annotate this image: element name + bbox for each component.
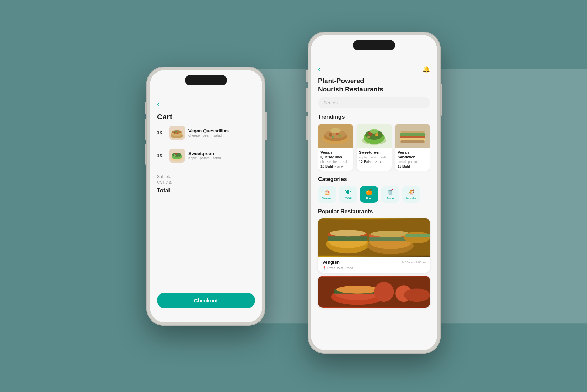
svg-point-16 (329, 133, 332, 137)
checkout-button[interactable]: Checkout (157, 293, 255, 308)
category-meal[interactable]: 🍽 Meal (339, 186, 357, 203)
fruit-label: Fruit (366, 197, 372, 200)
restaurant-phone: ‹ 🔔 Plant-Powered Nourish Restaurants Se… (308, 32, 441, 354)
sandwich-visual (318, 218, 430, 257)
phones-container: ‹ Cart 1X (136, 25, 451, 368)
phone-notch (353, 40, 395, 50)
item-name: Sweetgreen (188, 151, 221, 156)
trending-name: Vegan Quesadillas (320, 150, 351, 159)
svg-point-19 (338, 134, 341, 137)
category-juice[interactable]: 🥤 Juice (381, 186, 399, 203)
item-name: Vegan Quesadillas (188, 128, 229, 133)
trending-sub: cheese . bean . salad (320, 160, 351, 164)
svg-point-18 (332, 136, 334, 138)
cart-screen: ‹ Cart 1X (150, 70, 262, 322)
item-info-quesadilla: Vegan Quesadillas cheese . bean . salad (188, 128, 229, 137)
back-button[interactable]: ‹ (318, 65, 320, 73)
cart-title: Cart (157, 112, 255, 122)
trending-name: Sweetgreen (359, 150, 389, 155)
trending-price-row: 15 Baht (398, 165, 428, 169)
svg-point-54 (374, 282, 394, 302)
svg-point-5 (175, 131, 177, 132)
item-qty: 1X (157, 130, 166, 135)
cart-content: ‹ Cart 1X (150, 89, 262, 322)
trending-title: Trendings (318, 114, 430, 120)
svg-point-28 (367, 136, 370, 138)
svg-point-4 (177, 133, 178, 134)
restaurant-image (318, 218, 430, 257)
category-dessert[interactable]: 🎂 Dessert (318, 186, 336, 203)
svg-rect-32 (400, 136, 425, 138)
search-bar[interactable]: Search (318, 97, 430, 108)
juice-icon: 🥤 (387, 189, 394, 195)
svg-point-9 (174, 154, 176, 157)
restaurant-screen: ‹ 🔔 Plant-Powered Nourish Restaurants Se… (311, 35, 437, 350)
phone-notch (185, 75, 227, 85)
cart-phone: ‹ Cart 1X (146, 67, 265, 326)
dessert-icon: 🎂 (324, 189, 331, 195)
svg-point-10 (178, 156, 179, 157)
svg-point-47 (404, 232, 430, 243)
fruit-icon: 🍊 (366, 189, 373, 195)
trending-info-1: Vegan Quesadillas cheese . bean . salad … (318, 148, 353, 171)
noodle-icon: 🍜 (408, 189, 415, 195)
subtotal-row: Subtotal (157, 174, 255, 179)
svg-point-27 (370, 129, 378, 134)
svg-rect-35 (400, 140, 425, 143)
trending-card[interactable]: Vegan Quesadillas cheese . bean . salad … (318, 124, 353, 171)
noodle-label: Noodle (406, 197, 416, 200)
item-sub: apple . potato . salad (188, 156, 221, 160)
svg-point-20 (330, 128, 341, 133)
restaurant-card-2[interactable] (318, 276, 430, 308)
restaurant-card-vengish[interactable]: Vengish 6:30am - 9:00pm 📍 Pavia, 27st, F… (318, 218, 430, 273)
item-image-sweetgreen (169, 149, 185, 163)
cart-item: 1X Vegan Quesad (157, 122, 255, 144)
restaurant-info: Vengish 6:30am - 9:00pm 📍 Pavia, 27st, F… (318, 257, 430, 273)
svg-point-2 (172, 130, 182, 134)
rest-hours: 6:30am - 9:00pm (402, 261, 426, 264)
trending-sub: bread . potato . (398, 160, 428, 164)
trending-info-3: Vegan Sandwich bread . potato . 15 Baht (395, 148, 430, 171)
trending-img-2 (357, 124, 392, 148)
restaurant-content: ‹ 🔔 Plant-Powered Nourish Restaurants Se… (311, 54, 437, 350)
category-fruit[interactable]: 🍊 Fruit (360, 186, 378, 203)
trending-price-row: 10 Baht +25 ★ (320, 165, 351, 169)
item-sub: cheese . bean . salad (188, 133, 229, 137)
item-qty: 1X (157, 153, 166, 158)
item-image-quesadilla (169, 126, 185, 140)
bell-icon[interactable]: 🔔 (422, 65, 430, 73)
svg-rect-34 (400, 131, 425, 133)
restaurant-header: ‹ 🔔 (318, 62, 430, 77)
second-restaurant-image (318, 276, 430, 308)
svg-point-53 (336, 286, 379, 294)
svg-point-26 (375, 133, 378, 136)
category-noodle[interactable]: 🍜 Noodle (402, 186, 420, 203)
trending-info-2: Sweetgreen apple . potato . salad 12 Bah… (357, 148, 392, 166)
trending-img-1 (318, 124, 353, 148)
svg-rect-31 (400, 133, 425, 136)
categories-title: Categories (318, 176, 430, 183)
trending-card[interactable]: Vegan Sandwich bread . potato . 15 Baht (395, 124, 430, 171)
trending-img-3 (395, 124, 430, 148)
restaurant-title: Plant-Powered Nourish Restaurants (318, 77, 430, 94)
svg-point-3 (174, 132, 176, 134)
meal-icon: 🍽 (345, 189, 351, 195)
total-row: Total (157, 187, 255, 194)
trending-sub: apple . potato . salad (359, 156, 389, 159)
back-button[interactable]: ‹ (157, 100, 159, 108)
rest-location: 📍 Pavia, 27st, Franci (322, 266, 426, 270)
location-pin-icon: 📍 (322, 266, 326, 270)
trending-card[interactable]: Sweetgreen apple . potato . salad 12 Bah… (357, 124, 392, 171)
svg-point-56 (404, 289, 430, 302)
cart-summary: Subtotal VAT 7% Total (157, 167, 255, 197)
rest-name: Vengish (322, 260, 340, 265)
svg-point-41 (330, 230, 366, 237)
juice-label: Juice (386, 197, 394, 200)
item-info-sweetgreen: Sweetgreen apple . potato . salad (188, 151, 221, 160)
categories-list: 🎂 Dessert 🍽 Meal 🍊 Fruit 🥤 (318, 186, 430, 203)
vat-row: VAT 7% (157, 180, 255, 185)
trending-price-row: 12 Baht +25 ★ (359, 160, 389, 164)
svg-point-11 (175, 153, 177, 154)
rest-name-row: Vengish 6:30am - 9:00pm (322, 260, 426, 265)
trending-name: Vegan Sandwich (398, 150, 428, 159)
